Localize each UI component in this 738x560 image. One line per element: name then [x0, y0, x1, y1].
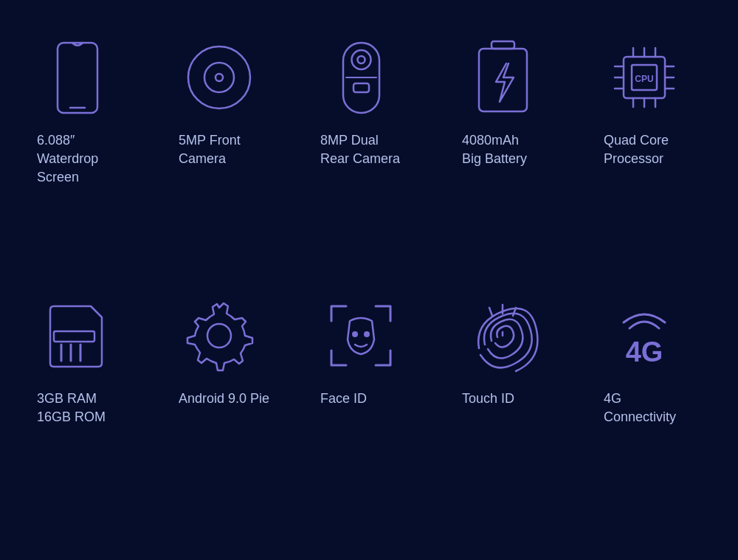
battery-label: 4080mAh Big Battery — [462, 131, 527, 168]
feature-ram: 3GB RAM 16GB ROM — [22, 288, 149, 531]
svg-rect-9 — [354, 83, 369, 92]
svg-rect-11 — [479, 49, 527, 111]
feature-screen: 6.088″ Waterdrop Screen — [22, 30, 149, 273]
feature-rear-camera: 8MP Dual Rear Camera — [306, 30, 432, 273]
svg-text:CPU: CPU — [635, 74, 653, 84]
processor-label: Quad Core Processor — [604, 131, 669, 168]
feature-face-id: Face ID — [306, 288, 432, 531]
svg-point-3 — [204, 63, 234, 92]
touch-id-label: Touch ID — [462, 390, 514, 408]
front-camera-label: 5MP Front Camera — [179, 131, 241, 168]
feature-android: Android 9.0 Pie — [164, 288, 291, 531]
front-camera-icon — [179, 37, 260, 118]
face-id-icon — [320, 295, 401, 376]
feature-front-camera: 5MP Front Camera — [164, 30, 291, 273]
svg-point-32 — [353, 332, 357, 336]
battery-icon — [462, 37, 543, 118]
feature-4g: 4G 4G Connectivity — [589, 288, 716, 531]
rear-camera-label: 8MP Dual Rear Camera — [320, 131, 400, 168]
svg-point-33 — [365, 332, 369, 336]
svg-point-7 — [357, 56, 365, 63]
feature-processor: CPU Quad Core Processor — [589, 30, 716, 273]
cpu-icon: CPU — [604, 37, 685, 118]
rear-camera-icon — [320, 37, 401, 118]
sd-card-icon — [37, 295, 118, 376]
face-id-label: Face ID — [320, 390, 367, 408]
svg-rect-30 — [54, 331, 94, 342]
svg-rect-0 — [58, 43, 97, 113]
gear-icon — [179, 295, 260, 376]
4g-label: 4G Connectivity — [604, 390, 676, 426]
svg-point-4 — [215, 74, 223, 81]
ram-label: 3GB RAM 16GB ROM — [37, 390, 106, 426]
feature-battery: 4080mAh Big Battery — [447, 30, 574, 273]
svg-point-6 — [351, 50, 370, 69]
4g-icon: 4G — [604, 295, 685, 376]
svg-point-31 — [207, 324, 231, 348]
svg-text:4G: 4G — [626, 336, 663, 367]
svg-rect-10 — [492, 41, 514, 49]
screen-label: 6.088″ Waterdrop Screen — [37, 131, 98, 187]
screen-icon — [37, 37, 118, 118]
android-label: Android 9.0 Pie — [179, 390, 269, 408]
svg-point-2 — [188, 46, 250, 108]
feature-touch-id: Touch ID — [447, 288, 574, 531]
features-grid: 6.088″ Waterdrop Screen 5MP Front Camera — [0, 0, 738, 560]
fingerprint-icon — [462, 295, 543, 376]
